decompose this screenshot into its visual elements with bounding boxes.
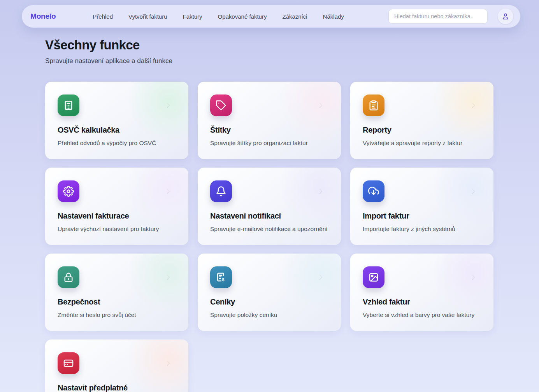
- tag-icon: [210, 94, 232, 116]
- nav-item-3[interactable]: Faktury: [183, 13, 202, 20]
- cards-grid: OSVČ kalkulačkaPřehled odvodů a výpočty …: [45, 82, 493, 392]
- image-icon: [363, 266, 384, 288]
- search-input[interactable]: [388, 9, 488, 24]
- card-image[interactable]: Vzhled fakturVyberte si vzhled a barvy p…: [350, 254, 493, 331]
- card-tag[interactable]: ŠtítkySpravujte štítky pro organizaci fa…: [198, 82, 341, 159]
- card-credit-card[interactable]: Nastavit předplatné: [45, 340, 188, 392]
- card-description: Změňte si heslo pro svůj účet: [58, 312, 176, 318]
- card-description: Vytvářejte a spravujte reporty z faktur: [363, 140, 481, 147]
- card-description: Spravujte e-mailové notifikace a upozorn…: [210, 226, 328, 233]
- card-cloud-download[interactable]: Import fakturImportujte faktury z jiných…: [350, 168, 493, 245]
- card-description: Importujte faktury z jiných systémů: [363, 226, 481, 233]
- card-title: OSVČ kalkulačka: [58, 126, 176, 135]
- card-title: Štítky: [210, 126, 328, 135]
- card-title: Nastavit předplatné: [58, 383, 176, 392]
- card-gear[interactable]: Nastavení fakturaceUpravte výchozí nasta…: [45, 168, 188, 245]
- card-title: Import faktur: [363, 212, 481, 220]
- main-content: Všechny funkce Spravujte nastavení aplik…: [45, 38, 493, 392]
- nav-item-4[interactable]: Opakované faktury: [218, 13, 267, 20]
- chevron-right-icon: [317, 102, 325, 109]
- card-clipboard[interactable]: ReportyVytvářejte a spravujte reporty z …: [350, 82, 493, 159]
- page-title: Všechny funkce: [45, 38, 493, 52]
- nav-item-2[interactable]: Vytvořit fakturu: [128, 13, 167, 20]
- card-title: Nastavení fakturace: [58, 212, 176, 220]
- card-title: Bezpečnost: [58, 298, 176, 306]
- card-description: Vyberte si vzhled a barvy pro vaše faktu…: [363, 312, 481, 318]
- chevron-right-icon: [164, 187, 172, 195]
- page-subtitle: Spravujte nastavení aplikace a další fun…: [45, 57, 493, 65]
- user-icon: [501, 12, 510, 21]
- card-title: Nastavení notifikací: [210, 212, 328, 220]
- nav-item-1[interactable]: Přehled: [93, 13, 113, 20]
- chevron-right-icon: [164, 359, 172, 367]
- card-price-list[interactable]: $CeníkySpravujte položky ceníku: [198, 254, 341, 331]
- lock-icon: [58, 266, 79, 288]
- price-list-icon: $: [210, 266, 232, 288]
- bell-icon: [210, 180, 232, 202]
- card-description: Upravte výchozí nastavení pro faktury: [58, 226, 176, 233]
- card-bell[interactable]: Nastavení notifikacíSpravujte e-mailové …: [198, 168, 341, 245]
- card-description: Spravujte položky ceníku: [210, 312, 328, 318]
- chevron-right-icon: [469, 102, 477, 109]
- avatar-button[interactable]: [498, 9, 513, 24]
- card-title: Ceníky: [210, 298, 328, 306]
- chevron-right-icon: [317, 187, 325, 195]
- svg-text:$: $: [222, 277, 224, 282]
- cloud-download-icon: [363, 180, 384, 202]
- card-title: Vzhled faktur: [363, 298, 481, 306]
- chevron-right-icon: [469, 273, 477, 281]
- gear-icon: [58, 180, 79, 202]
- card-lock[interactable]: BezpečnostZměňte si heslo pro svůj účet: [45, 254, 188, 331]
- card-title: Reporty: [363, 126, 481, 135]
- card-calculator[interactable]: OSVČ kalkulačkaPřehled odvodů a výpočty …: [45, 82, 188, 159]
- chevron-right-icon: [469, 187, 477, 195]
- brand-logo[interactable]: Monelo: [30, 12, 56, 21]
- calculator-icon: [58, 94, 79, 116]
- card-description: Přehled odvodů a výpočty pro OSVČ: [58, 140, 176, 147]
- chevron-right-icon: [164, 273, 172, 281]
- nav-item-5[interactable]: Zákazníci: [282, 13, 307, 20]
- card-description: Spravujte štítky pro organizaci faktur: [210, 140, 328, 147]
- credit-card-icon: [58, 352, 79, 374]
- chevron-right-icon: [317, 273, 325, 281]
- chevron-right-icon: [164, 102, 172, 109]
- nav-item-6[interactable]: Náklady: [323, 13, 344, 20]
- nav-items: PřehledVytvořit fakturuFakturyOpakované …: [93, 13, 344, 20]
- clipboard-icon: [363, 94, 384, 116]
- top-navbar: Monelo PřehledVytvořit fakturuFakturyOpa…: [22, 5, 520, 28]
